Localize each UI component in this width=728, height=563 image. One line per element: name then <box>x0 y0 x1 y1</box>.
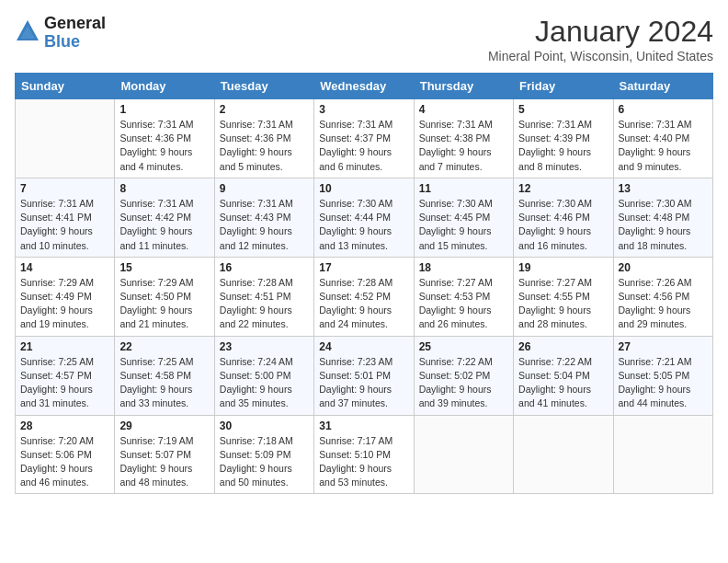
calendar-cell: 28Sunrise: 7:20 AMSunset: 5:06 PMDayligh… <box>16 415 115 494</box>
calendar-cell: 27Sunrise: 7:21 AMSunset: 5:05 PMDayligh… <box>613 336 712 415</box>
day-number: 12 <box>518 182 608 195</box>
col-header-monday: Monday <box>115 74 214 99</box>
day-info: Sunrise: 7:27 AMSunset: 4:55 PMDaylight:… <box>518 276 608 332</box>
day-info: Sunrise: 7:30 AMSunset: 4:45 PMDaylight:… <box>419 197 508 253</box>
day-number: 21 <box>20 340 109 353</box>
day-number: 3 <box>319 103 408 116</box>
col-header-wednesday: Wednesday <box>314 74 414 99</box>
day-info: Sunrise: 7:30 AMSunset: 4:48 PMDaylight:… <box>619 197 708 253</box>
day-info: Sunrise: 7:28 AMSunset: 4:52 PMDaylight:… <box>319 276 408 332</box>
day-info: Sunrise: 7:20 AMSunset: 5:06 PMDaylight:… <box>20 434 109 490</box>
calendar-cell: 12Sunrise: 7:30 AMSunset: 4:46 PMDayligh… <box>514 178 613 257</box>
calendar-cell <box>414 415 513 494</box>
calendar-cell: 30Sunrise: 7:18 AMSunset: 5:09 PMDayligh… <box>214 415 313 494</box>
col-header-friday: Friday <box>514 74 613 99</box>
calendar-cell: 10Sunrise: 7:30 AMSunset: 4:44 PMDayligh… <box>314 178 414 257</box>
day-info: Sunrise: 7:17 AMSunset: 5:10 PMDaylight:… <box>319 434 408 490</box>
day-number: 23 <box>220 340 309 353</box>
calendar-table: SundayMondayTuesdayWednesdayThursdayFrid… <box>15 73 713 494</box>
calendar-cell: 16Sunrise: 7:28 AMSunset: 4:51 PMDayligh… <box>214 257 313 336</box>
calendar-cell <box>514 415 613 494</box>
day-info: Sunrise: 7:19 AMSunset: 5:07 PMDaylight:… <box>119 434 209 490</box>
calendar-cell: 23Sunrise: 7:24 AMSunset: 5:00 PMDayligh… <box>214 336 313 415</box>
logo-blue: Blue <box>44 33 106 52</box>
day-number: 25 <box>419 340 508 353</box>
day-number: 26 <box>518 340 608 353</box>
day-info: Sunrise: 7:27 AMSunset: 4:53 PMDaylight:… <box>419 276 508 332</box>
day-info: Sunrise: 7:22 AMSunset: 5:02 PMDaylight:… <box>419 355 508 411</box>
location-subtitle: Mineral Point, Wisconsin, United States <box>488 49 713 63</box>
calendar-week-row: 1Sunrise: 7:31 AMSunset: 4:36 PMDaylight… <box>16 99 713 178</box>
logo-icon <box>15 18 40 48</box>
day-info: Sunrise: 7:31 AMSunset: 4:36 PMDaylight:… <box>220 118 309 174</box>
day-info: Sunrise: 7:25 AMSunset: 4:58 PMDaylight:… <box>119 355 209 411</box>
day-info: Sunrise: 7:23 AMSunset: 5:01 PMDaylight:… <box>319 355 408 411</box>
day-info: Sunrise: 7:31 AMSunset: 4:41 PMDaylight:… <box>20 197 109 253</box>
calendar-week-row: 28Sunrise: 7:20 AMSunset: 5:06 PMDayligh… <box>16 415 713 494</box>
day-info: Sunrise: 7:31 AMSunset: 4:39 PMDaylight:… <box>518 118 608 174</box>
day-number: 29 <box>119 419 209 432</box>
calendar-cell: 24Sunrise: 7:23 AMSunset: 5:01 PMDayligh… <box>314 336 414 415</box>
day-number: 8 <box>119 182 209 195</box>
day-info: Sunrise: 7:29 AMSunset: 4:50 PMDaylight:… <box>119 276 209 332</box>
calendar-cell: 1Sunrise: 7:31 AMSunset: 4:36 PMDaylight… <box>115 99 214 178</box>
day-info: Sunrise: 7:31 AMSunset: 4:43 PMDaylight:… <box>220 197 309 253</box>
day-number: 17 <box>319 261 408 274</box>
header: General Blue January 2024 Mineral Point,… <box>15 15 713 63</box>
calendar-cell: 22Sunrise: 7:25 AMSunset: 4:58 PMDayligh… <box>115 336 214 415</box>
day-info: Sunrise: 7:31 AMSunset: 4:38 PMDaylight:… <box>419 118 508 174</box>
col-header-sunday: Sunday <box>16 74 115 99</box>
calendar-cell: 4Sunrise: 7:31 AMSunset: 4:38 PMDaylight… <box>414 99 513 178</box>
day-number: 11 <box>419 182 508 195</box>
day-info: Sunrise: 7:25 AMSunset: 4:57 PMDaylight:… <box>20 355 109 411</box>
calendar-week-row: 21Sunrise: 7:25 AMSunset: 4:57 PMDayligh… <box>16 336 713 415</box>
day-number: 14 <box>20 261 109 274</box>
logo: General Blue <box>15 15 106 52</box>
day-info: Sunrise: 7:31 AMSunset: 4:40 PMDaylight:… <box>619 118 708 174</box>
day-number: 7 <box>20 182 109 195</box>
title-block: January 2024 Mineral Point, Wisconsin, U… <box>488 15 713 63</box>
day-info: Sunrise: 7:18 AMSunset: 5:09 PMDaylight:… <box>220 434 309 490</box>
day-number: 1 <box>119 103 209 116</box>
day-number: 2 <box>220 103 309 116</box>
calendar-cell: 7Sunrise: 7:31 AMSunset: 4:41 PMDaylight… <box>16 178 115 257</box>
month-year-title: January 2024 <box>488 15 713 49</box>
day-info: Sunrise: 7:31 AMSunset: 4:42 PMDaylight:… <box>119 197 209 253</box>
day-number: 5 <box>518 103 608 116</box>
day-number: 24 <box>319 340 408 353</box>
calendar-cell: 25Sunrise: 7:22 AMSunset: 5:02 PMDayligh… <box>414 336 513 415</box>
calendar-cell: 3Sunrise: 7:31 AMSunset: 4:37 PMDaylight… <box>314 99 414 178</box>
calendar-week-row: 7Sunrise: 7:31 AMSunset: 4:41 PMDaylight… <box>16 178 713 257</box>
day-number: 31 <box>319 419 408 432</box>
calendar-cell: 5Sunrise: 7:31 AMSunset: 4:39 PMDaylight… <box>514 99 613 178</box>
col-header-tuesday: Tuesday <box>214 74 313 99</box>
calendar-week-row: 14Sunrise: 7:29 AMSunset: 4:49 PMDayligh… <box>16 257 713 336</box>
day-info: Sunrise: 7:30 AMSunset: 4:46 PMDaylight:… <box>518 197 608 253</box>
day-info: Sunrise: 7:22 AMSunset: 5:04 PMDaylight:… <box>518 355 608 411</box>
day-number: 30 <box>220 419 309 432</box>
day-number: 13 <box>619 182 708 195</box>
day-number: 27 <box>619 340 708 353</box>
calendar-cell: 19Sunrise: 7:27 AMSunset: 4:55 PMDayligh… <box>514 257 613 336</box>
col-header-thursday: Thursday <box>414 74 513 99</box>
day-info: Sunrise: 7:28 AMSunset: 4:51 PMDaylight:… <box>220 276 309 332</box>
calendar-cell <box>16 99 115 178</box>
day-number: 28 <box>20 419 109 432</box>
day-number: 20 <box>619 261 708 274</box>
day-info: Sunrise: 7:24 AMSunset: 5:00 PMDaylight:… <box>220 355 309 411</box>
calendar-cell: 17Sunrise: 7:28 AMSunset: 4:52 PMDayligh… <box>314 257 414 336</box>
calendar-cell: 31Sunrise: 7:17 AMSunset: 5:10 PMDayligh… <box>314 415 414 494</box>
day-info: Sunrise: 7:29 AMSunset: 4:49 PMDaylight:… <box>20 276 109 332</box>
day-info: Sunrise: 7:30 AMSunset: 4:44 PMDaylight:… <box>319 197 408 253</box>
calendar-cell: 14Sunrise: 7:29 AMSunset: 4:49 PMDayligh… <box>16 257 115 336</box>
calendar-cell: 15Sunrise: 7:29 AMSunset: 4:50 PMDayligh… <box>115 257 214 336</box>
day-number: 19 <box>518 261 608 274</box>
day-info: Sunrise: 7:26 AMSunset: 4:56 PMDaylight:… <box>619 276 708 332</box>
day-number: 18 <box>419 261 508 274</box>
day-number: 4 <box>419 103 508 116</box>
calendar-cell: 20Sunrise: 7:26 AMSunset: 4:56 PMDayligh… <box>613 257 712 336</box>
calendar-cell: 18Sunrise: 7:27 AMSunset: 4:53 PMDayligh… <box>414 257 513 336</box>
col-header-saturday: Saturday <box>613 74 712 99</box>
calendar-cell: 11Sunrise: 7:30 AMSunset: 4:45 PMDayligh… <box>414 178 513 257</box>
logo-text: General Blue <box>44 15 106 52</box>
